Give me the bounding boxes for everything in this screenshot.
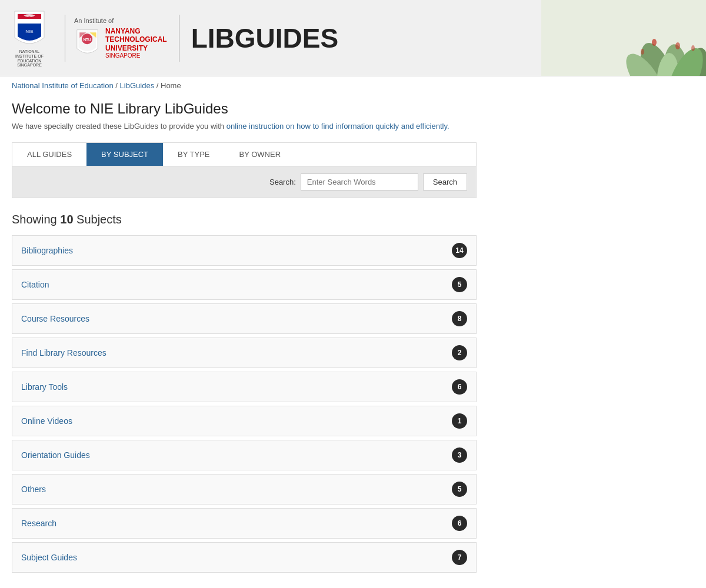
subject-count-badge: 8 [452,311,467,326]
subject-count-badge: 6 [452,379,467,395]
tab-by-subject[interactable]: BY SUBJECT [86,143,163,166]
nie-logo: NIE NATIONAL INSTITUTE OF EDUCATION SING… [12,8,47,68]
ntu-country: SINGAPORE [105,52,167,59]
svg-point-12 [652,39,657,46]
subject-list: Bibliographies14Citation5Course Resource… [12,235,477,573]
search-input[interactable] [301,173,418,191]
header-plant-decoration [541,0,706,76]
subject-count-badge: 7 [452,550,467,565]
subject-count-badge: 5 [452,277,467,292]
svg-rect-1 [18,19,41,24]
divider-2 [179,15,179,62]
showing-suffix: Subjects [76,213,122,226]
subject-link[interactable]: Library Tools [21,382,68,392]
svg-point-14 [691,45,695,51]
subject-link[interactable]: Online Videos [21,416,72,426]
subject-link[interactable]: Research [21,519,56,528]
nie-text: NATIONAL INSTITUTE OF EDUCATION SINGAPOR… [12,49,47,68]
an-institute-of-label: An Institute of [74,17,114,24]
divider-1 [65,15,65,62]
subject-item[interactable]: Citation5 [12,269,477,300]
svg-point-13 [675,42,680,49]
tab-by-owner[interactable]: BY OWNER [225,143,296,166]
subject-item[interactable]: Others5 [12,474,477,505]
subject-count-badge: 5 [452,482,467,497]
tabs-row: ALL GUIDES BY SUBJECT BY TYPE BY OWNER [12,143,476,166]
subjects-count: 10 [60,213,73,226]
logos-container: NIE NATIONAL INSTITUTE OF EDUCATION SING… [12,8,338,68]
subject-link[interactable]: Bibliographies [21,246,73,255]
ntu-section: An Institute of NTU NANYANGTECHNOLOGICAL… [74,17,167,59]
search-label: Search: [269,178,296,186]
subject-item[interactable]: Research6 [12,508,477,539]
subject-link[interactable]: Subject Guides [21,553,77,562]
tabs-panel: ALL GUIDES BY SUBJECT BY TYPE BY OWNER S… [12,142,477,198]
subject-count-badge: 6 [452,516,467,531]
breadcrumb-sep-1: / [115,81,119,90]
main-content: Welcome to NIE Library LibGuides We have… [0,95,530,588]
subject-link[interactable]: Others [21,485,46,494]
breadcrumb: National Institute of Education / LibGui… [0,76,706,95]
showing-header: Showing 10 Subjects [12,213,518,226]
breadcrumb-sep-2: / [156,81,161,90]
libguides-title: LIBGUIDES [191,22,338,54]
subject-count-badge: 2 [452,345,467,360]
search-row: Search: Search [12,166,476,198]
subject-item[interactable]: Subject Guides7 [12,542,477,573]
breadcrumb-libguides-link[interactable]: LibGuides [120,81,155,90]
search-button[interactable]: Search [423,173,467,191]
ntu-logo: NTU NANYANGTECHNOLOGICALUNIVERSITY SINGA… [74,27,167,59]
site-header: NIE NATIONAL INSTITUTE OF EDUCATION SING… [0,0,706,76]
subject-link[interactable]: Orientation Guides [21,450,90,460]
breadcrumb-home: Home [161,81,181,90]
subtitle-link[interactable]: online instruction on how to find inform… [227,122,449,131]
subject-item[interactable]: Library Tools6 [12,372,477,402]
subject-link[interactable]: Citation [21,280,49,289]
ntu-name-text: NANYANGTECHNOLOGICALUNIVERSITY SINGAPORE [105,27,167,59]
svg-text:NIE: NIE [25,29,33,34]
page-subtitle: We have specially created these LibGuide… [12,122,518,131]
tab-by-type[interactable]: BY TYPE [163,143,224,166]
subject-count-badge: 14 [452,243,467,258]
subject-item[interactable]: Course Resources8 [12,303,477,334]
showing-prefix: Showing [12,213,57,226]
ntu-name: NANYANGTECHNOLOGICALUNIVERSITY [105,27,167,52]
tab-all-guides[interactable]: ALL GUIDES [12,143,86,166]
subject-count-badge: 3 [452,447,467,463]
subject-item[interactable]: Orientation Guides3 [12,440,477,470]
subject-item[interactable]: Find Library Resources2 [12,338,477,368]
page-title: Welcome to NIE Library LibGuides [12,101,518,117]
subject-link[interactable]: Course Resources [21,314,89,323]
subject-link[interactable]: Find Library Resources [21,348,106,358]
subject-item[interactable]: Online Videos1 [12,406,477,436]
subject-count-badge: 1 [452,413,467,429]
svg-text:NTU: NTU [84,38,91,42]
subject-item[interactable]: Bibliographies14 [12,235,477,266]
breadcrumb-nie-link[interactable]: National Institute of Education [12,81,114,90]
svg-point-15 [641,49,644,55]
